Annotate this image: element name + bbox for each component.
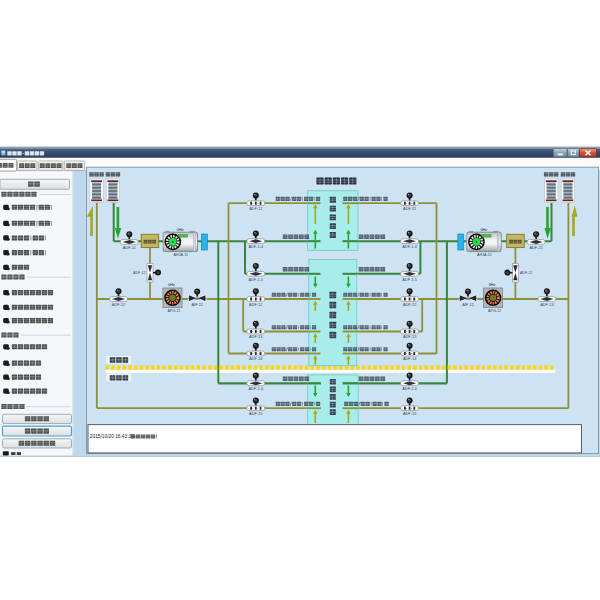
svg-text:ADF-1-5: ADF-1-5	[402, 277, 417, 282]
svg-text:AIF-12: AIF-12	[462, 302, 474, 307]
svg-text:ADF-11: ADF-11	[403, 206, 416, 211]
svg-text:AHJA-11: AHJA-11	[174, 253, 188, 257]
svg-text:ADF-12: ADF-12	[112, 302, 125, 307]
svg-text:ADF-13: ADF-13	[403, 334, 416, 339]
svg-text:AIF-11: AIF-11	[192, 302, 203, 307]
svg-text:0Hz: 0Hz	[480, 228, 487, 232]
svg-text:ADF-12: ADF-12	[520, 271, 532, 275]
svg-text:ADF-13: ADF-13	[249, 334, 262, 339]
svg-text:ADF-12: ADF-12	[133, 271, 145, 275]
svg-text:ADF-1-6: ADF-1-6	[402, 386, 417, 391]
svg-text:ADF-1-4: ADF-1-4	[248, 244, 264, 249]
svg-text:ADF-1-5: ADF-1-5	[248, 277, 263, 282]
svg-text:ADF-14: ADF-14	[249, 356, 263, 361]
svg-text:APG-11: APG-11	[168, 309, 181, 313]
svg-text:0Hz: 0Hz	[177, 228, 184, 232]
svg-text:0Hz: 0Hz	[489, 283, 496, 287]
svg-text:ADF-14: ADF-14	[403, 356, 417, 361]
svg-text:ADF-15: ADF-15	[249, 411, 262, 416]
svg-text:ADF-15: ADF-15	[403, 411, 416, 416]
svg-text:AHJA-12: AHJA-12	[477, 253, 492, 257]
svg-text:ADF-12: ADF-12	[403, 302, 416, 307]
svg-text:ADF-1-4: ADF-1-4	[402, 244, 418, 249]
svg-text:ADF-11: ADF-11	[123, 245, 136, 250]
svg-text:ADF-21: ADF-21	[529, 245, 542, 250]
svg-text:ADF-12: ADF-12	[249, 302, 262, 307]
svg-text:ADF-1-6: ADF-1-6	[248, 386, 263, 391]
svg-text:ADF-13: ADF-13	[540, 302, 553, 307]
svg-text:APG-12: APG-12	[488, 309, 501, 313]
svg-text:ADF-11: ADF-11	[249, 206, 262, 211]
svg-text:0Hz: 0Hz	[168, 283, 175, 287]
svg-text:2015/10/20 16:43:33:: 2015/10/20 16:43:33:	[90, 434, 135, 439]
